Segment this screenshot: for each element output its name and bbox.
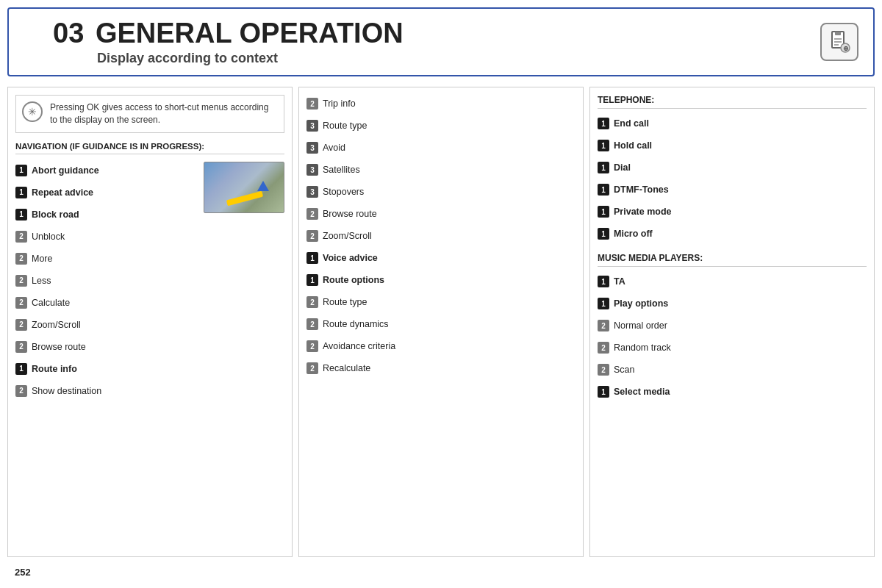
badge-2: 2 — [306, 340, 318, 352]
list-item: 2 Normal order — [598, 317, 867, 334]
badge-2: 2 — [15, 253, 27, 265]
badge-1: 1 — [15, 187, 27, 198]
badge-2: 2 — [598, 342, 609, 354]
info-text: Pressing OK gives access to short-cut me… — [50, 101, 278, 126]
badge-2: 2 — [15, 297, 27, 309]
item-label: Private mode — [614, 207, 672, 217]
content-area: ✳ Pressing OK gives access to short-cut … — [7, 87, 875, 557]
list-item: 1 Play options — [598, 295, 867, 312]
item-label: Show destination — [32, 386, 101, 396]
nav-items-list: 1 Abort guidance 1 Repeat advice 1 Block… — [15, 162, 198, 228]
list-item: 1 Select media — [598, 383, 867, 401]
badge-1: 1 — [598, 206, 609, 218]
badge-2: 2 — [598, 364, 609, 376]
item-label: More — [32, 254, 52, 264]
badge-3: 3 — [306, 120, 318, 132]
badge-1: 1 — [598, 162, 609, 173]
item-label: Browse route — [32, 342, 86, 352]
list-item: 2 Avoidance criteria — [306, 337, 576, 355]
page-header: 03 GENERAL OPERATION Display according t… — [7, 7, 875, 76]
badge-1: 1 — [598, 184, 609, 196]
badge-2: 2 — [306, 296, 318, 308]
badge-1: 1 — [15, 209, 27, 220]
list-item: 2 Recalculate — [306, 359, 576, 377]
item-label: Stopovers — [323, 187, 364, 197]
list-item: 2 Calculate — [15, 294, 284, 312]
badge-2: 2 — [306, 98, 318, 110]
item-label: Less — [32, 276, 51, 286]
list-item: 2 Route type — [306, 293, 576, 311]
list-item: 3 Avoid — [306, 139, 576, 157]
badge-2: 2 — [15, 319, 27, 331]
list-item: 2 Show destination — [15, 382, 284, 400]
nav-with-map: 1 Abort guidance 1 Repeat advice 1 Block… — [15, 162, 284, 228]
navigation-column: ✳ Pressing OK gives access to short-cut … — [7, 87, 293, 557]
item-label: Normal order — [614, 320, 667, 331]
list-item: 1 TA — [598, 273, 867, 290]
item-label: Satellites — [323, 165, 360, 175]
list-item: 2 Browse route — [306, 205, 576, 223]
list-item: 1 Dial — [598, 159, 867, 176]
chapter-title: GENERAL OPERATION — [96, 18, 404, 49]
svg-text:⊕: ⊕ — [843, 45, 849, 52]
badge-2: 2 — [15, 385, 27, 397]
telephone-media-column: TELEPHONE: 1 End call 1 Hold call 1 Dial… — [589, 87, 875, 557]
badge-1: 1 — [598, 140, 609, 151]
list-item: 2 Less — [15, 272, 284, 290]
item-label: Recalculate — [323, 363, 370, 373]
list-item: 2 Browse route — [15, 338, 284, 356]
badge-1: 1 — [598, 276, 609, 287]
item-label: Unblock — [32, 232, 65, 242]
list-item: 1 Block road — [15, 206, 198, 223]
list-item: 2 Scan — [598, 361, 867, 379]
list-item: 1 Route info — [15, 360, 284, 378]
badge-1: 1 — [598, 228, 609, 240]
item-label: Calculate — [32, 298, 70, 308]
item-label: Avoid — [323, 143, 345, 153]
item-label: Random track — [614, 343, 671, 353]
list-item: 1 Repeat advice — [15, 184, 198, 201]
map-direction-arrow — [257, 181, 269, 191]
telephone-section: TELEPHONE: 1 End call 1 Hold call 1 Dial… — [598, 95, 867, 243]
chapter-subtitle: Display according to context — [53, 51, 858, 66]
list-item: 3 Satellites — [306, 161, 576, 179]
info-box: ✳ Pressing OK gives access to short-cut … — [15, 95, 284, 133]
badge-2: 2 — [306, 230, 318, 242]
list-item: 2 Unblock — [15, 228, 284, 245]
item-label: Scan — [614, 365, 635, 375]
badge-1: 1 — [306, 274, 318, 286]
list-item: 1 Route options — [306, 271, 576, 289]
badge-2: 2 — [306, 208, 318, 220]
list-item: 1 Hold call — [598, 137, 867, 154]
item-label: Route info — [32, 364, 77, 374]
item-label: Route type — [323, 121, 367, 131]
media-section: MUSIC MEDIA PLAYERS: 1 TA 1 Play options… — [598, 253, 867, 401]
map-thumbnail — [204, 162, 284, 213]
badge-2: 2 — [598, 320, 609, 331]
chapter-number: 03 — [53, 18, 84, 49]
list-item: 1 End call — [598, 115, 867, 132]
item-label: Browse route — [323, 209, 377, 219]
list-item: 2 Random track — [598, 339, 867, 356]
list-item: 2 Zoom/Scroll — [306, 227, 576, 245]
item-label: Select media — [614, 387, 670, 397]
badge-3: 3 — [306, 186, 318, 198]
item-label: Abort guidance — [32, 165, 99, 176]
list-item: 1 Micro off — [598, 225, 867, 243]
item-label: Play options — [614, 298, 668, 309]
list-item: 1 Abort guidance — [15, 162, 198, 179]
item-label: Avoidance criteria — [323, 341, 395, 351]
list-item: 2 Route dynamics — [306, 315, 576, 333]
badge-1: 1 — [598, 298, 609, 309]
list-item: 2 Zoom/Scroll — [15, 316, 284, 334]
badge-2: 2 — [15, 231, 27, 243]
route-column: 2 Trip info 3 Route type 3 Avoid 3 Satel… — [298, 87, 584, 557]
badge-2: 2 — [15, 341, 27, 353]
list-item: 3 Stopovers — [306, 183, 576, 201]
media-heading: MUSIC MEDIA PLAYERS: — [598, 253, 867, 267]
badge-1: 1 — [15, 165, 27, 176]
badge-3: 3 — [306, 164, 318, 176]
item-label: Dial — [614, 162, 631, 173]
item-label: Voice advice — [323, 253, 378, 263]
item-label: TA — [614, 276, 625, 287]
